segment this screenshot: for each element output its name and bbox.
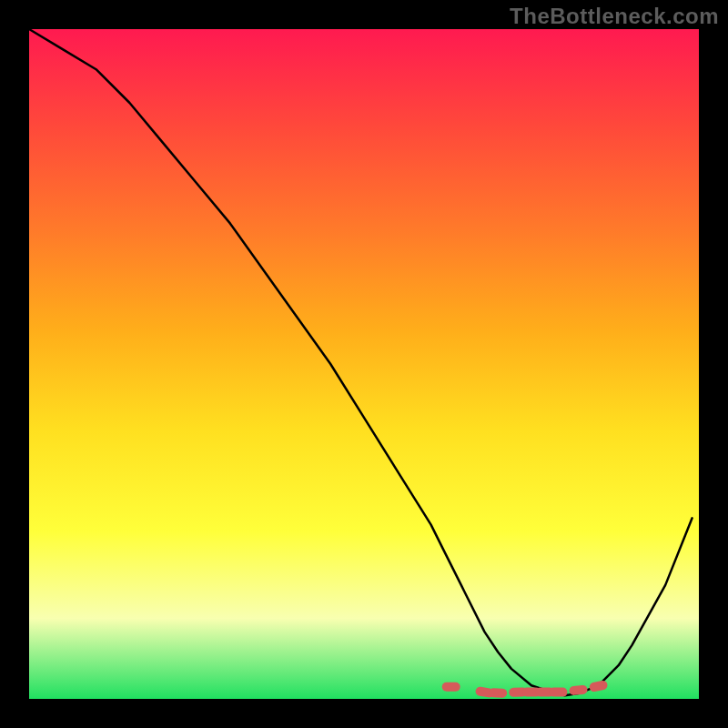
highlight-marker: [589, 680, 609, 693]
bottleneck-curve: [29, 29, 693, 695]
highlight-marker: [489, 688, 507, 698]
highlight-marker: [442, 682, 460, 692]
highlight-marker: [569, 684, 588, 695]
chart-overlay: [0, 0, 728, 728]
highlight-marker: [549, 688, 567, 697]
